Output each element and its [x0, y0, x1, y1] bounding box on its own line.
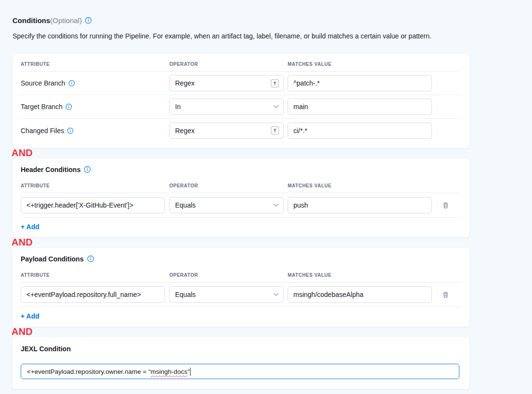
- chevron-down-icon: [273, 203, 279, 207]
- changed-files-operator-select[interactable]: Regex: [169, 123, 284, 139]
- payload-conditions-card: Payload Conditions ATTRIBUTE OPERATOR MA…: [13, 248, 469, 327]
- column-header-operator: OPERATOR: [169, 272, 288, 278]
- header-attribute-input[interactable]: [21, 197, 165, 213]
- source-branch-operator-select[interactable]: Regex: [169, 75, 284, 91]
- jexl-condition-card: JEXL Condition <+eventPayload.repository…: [13, 337, 469, 389]
- section-header: Conditions(Optional): [13, 16, 469, 25]
- column-header-operator: OPERATOR: [169, 183, 288, 188]
- info-icon[interactable]: [84, 166, 91, 173]
- header-operator-select[interactable]: Equals: [169, 197, 284, 213]
- changed-files-label: Changed Files: [21, 127, 64, 135]
- section-description: Specify the conditions for running the P…: [13, 32, 469, 40]
- payload-operator-select[interactable]: Equals: [169, 286, 284, 303]
- source-branch-label: Source Branch: [21, 79, 65, 87]
- payload-condition-row: Equals: [21, 283, 459, 307]
- header-conditions-title: Header Conditions: [21, 166, 80, 173]
- delete-row-button[interactable]: [440, 199, 452, 211]
- header-value-input[interactable]: [288, 197, 432, 213]
- add-header-condition-button[interactable]: + Add: [21, 223, 39, 231]
- column-header-attribute: ATTRIBUTE: [21, 62, 169, 67]
- column-header-operator: OPERATOR: [169, 62, 288, 67]
- and-separator: AND: [12, 327, 469, 337]
- chevron-down-icon: [273, 293, 279, 296]
- column-header-matches-value: MATCHES VALUE: [288, 62, 432, 67]
- optional-label: (Optional): [50, 16, 82, 25]
- jexl-value-suffix: ": [188, 368, 190, 375]
- source-branch-value-input[interactable]: [288, 75, 432, 91]
- jexl-misspelled-word: msingh-docs: [151, 368, 188, 375]
- target-branch-operator-select[interactable]: In: [169, 98, 284, 115]
- info-icon[interactable]: [85, 17, 92, 24]
- fixed-input-icon[interactable]: [271, 126, 279, 135]
- header-conditions-card: Header Conditions ATTRIBUTE OPERATOR MAT…: [13, 159, 469, 237]
- source-branch-row: Source Branch Regex: [21, 72, 459, 95]
- payload-attribute-input[interactable]: [21, 286, 165, 303]
- target-branch-row: Target Branch In: [21, 95, 459, 119]
- target-branch-value-input[interactable]: [288, 98, 432, 115]
- jexl-value-prefix: <+eventPayload.repository.owner.name = ": [27, 368, 151, 375]
- column-header-attribute: ATTRIBUTE: [21, 183, 169, 188]
- chevron-down-icon: [273, 105, 279, 109]
- payload-value-input[interactable]: [288, 286, 432, 303]
- page-title: Conditions: [13, 16, 50, 25]
- info-icon[interactable]: [87, 255, 94, 262]
- trash-icon: [442, 291, 449, 298]
- column-header-attribute: ATTRIBUTE: [21, 272, 169, 278]
- changed-files-row: Changed Files Regex: [21, 119, 459, 142]
- branch-conditions-card: ATTRIBUTE OPERATOR MATCHES VALUE Source …: [13, 54, 469, 148]
- info-icon[interactable]: [67, 127, 74, 134]
- conditions-panel: Conditions(Optional) Specify the conditi…: [13, 16, 469, 389]
- column-header-matches-value: MATCHES VALUE: [288, 183, 432, 188]
- payload-conditions-title: Payload Conditions: [21, 255, 84, 263]
- info-icon[interactable]: [68, 80, 75, 86]
- text-cursor: [190, 368, 191, 376]
- header-condition-row: Equals: [21, 193, 459, 218]
- info-icon[interactable]: [65, 103, 72, 110]
- jexl-condition-title: JEXL Condition: [21, 345, 459, 353]
- column-header-matches-value: MATCHES VALUE: [288, 272, 432, 278]
- and-separator: AND: [12, 148, 469, 159]
- and-separator: AND: [12, 237, 469, 248]
- trash-icon: [442, 202, 449, 209]
- add-payload-condition-button[interactable]: + Add: [21, 312, 39, 320]
- target-branch-label: Target Branch: [21, 103, 63, 111]
- delete-row-button[interactable]: [440, 288, 452, 301]
- jexl-condition-input[interactable]: <+eventPayload.repository.owner.name = "…: [21, 364, 459, 379]
- fixed-input-icon[interactable]: [271, 79, 279, 87]
- changed-files-value-input[interactable]: [288, 123, 432, 139]
